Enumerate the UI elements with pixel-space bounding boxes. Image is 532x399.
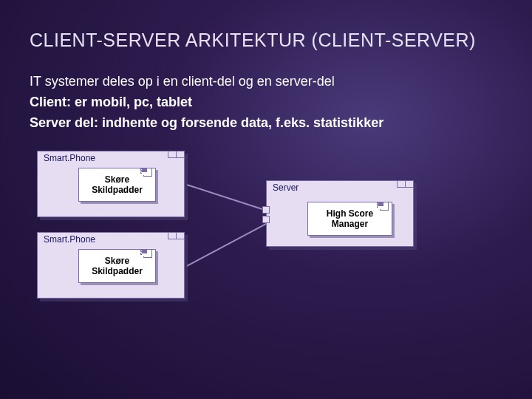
component-icon: [378, 202, 389, 209]
component-client-2: Skøre Skildpadder: [78, 249, 156, 283]
component-client-1: Skøre Skildpadder: [78, 168, 156, 202]
node-label: Smart.Phone: [44, 153, 95, 163]
node-tabs-icon: [398, 180, 414, 188]
slide-title: CLIENT-SERVER ARKITEKTUR (CLIENT-SERVER): [30, 30, 502, 51]
node-smartphone-1: Smart.Phone Skøre Skildpadder: [37, 151, 185, 217]
component-label: High Score Manager: [327, 208, 373, 230]
connector-client1-server: [187, 184, 262, 210]
node-server: Server High Score Manager: [266, 180, 414, 247]
port-icon: [262, 216, 270, 223]
bullet-line-3: Server del: indhente og forsende data, f…: [30, 113, 502, 132]
node-smartphone-2: Smart.Phone Skøre Skildpadder: [37, 232, 185, 299]
component-label: Skøre Skildpadder: [92, 174, 143, 196]
port-icon: [262, 206, 270, 214]
slide: CLIENT-SERVER ARKITEKTUR (CLIENT-SERVER)…: [0, 0, 532, 332]
node-tabs-icon: [168, 151, 185, 158]
component-label: Skøre Skildpadder: [92, 256, 143, 277]
bullet-line-1: IT systemer deles op i en client-del og …: [30, 72, 502, 91]
component-icon: [142, 168, 152, 175]
connector-client2-server: [187, 220, 273, 267]
component-server: High Score Manager: [307, 202, 392, 236]
node-label: Smart.Phone: [44, 234, 95, 245]
node-tabs-icon: [168, 232, 185, 239]
component-icon: [142, 249, 152, 256]
bullet-line-2: Client: er mobil, pc, tablet: [30, 92, 502, 112]
node-label: Server: [273, 183, 299, 193]
architecture-diagram: Smart.Phone Skøre Skildpadder Smart.Phon…: [30, 140, 443, 317]
